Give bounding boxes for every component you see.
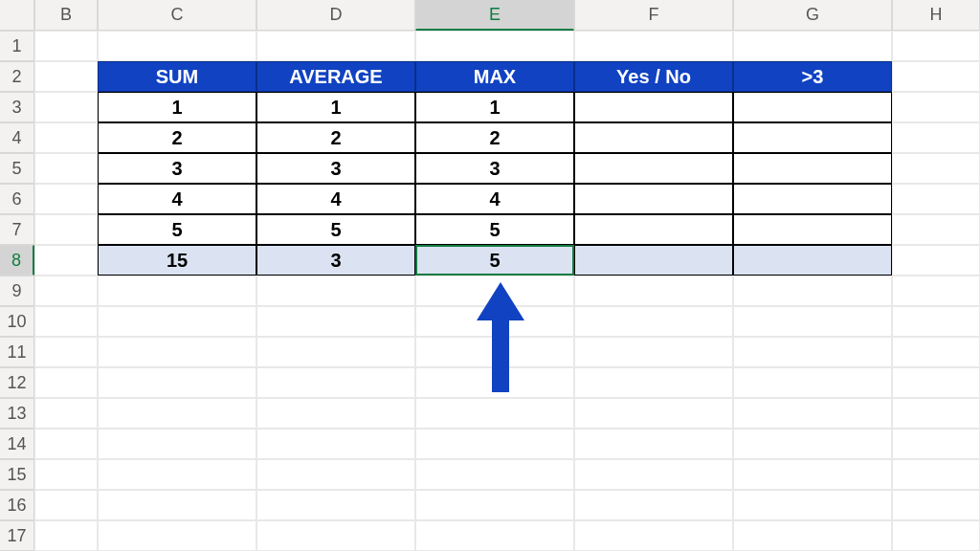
cell-H10[interactable]	[892, 306, 980, 337]
cell-D5[interactable]: 3	[256, 153, 415, 184]
cell-H13[interactable]	[892, 398, 980, 429]
cell-G11[interactable]	[733, 337, 892, 367]
cell-E15[interactable]	[415, 459, 574, 490]
col-header-E[interactable]: E	[415, 0, 574, 31]
cell-F13[interactable]	[574, 398, 733, 429]
cell-H2[interactable]	[892, 61, 980, 92]
cell-D10[interactable]	[256, 306, 415, 337]
cell-D4[interactable]: 2	[256, 122, 415, 153]
cell-D8[interactable]: 3	[256, 245, 415, 276]
cell-E3[interactable]: 1	[415, 92, 574, 122]
cell-E4[interactable]: 2	[415, 122, 574, 153]
col-header-H[interactable]: H	[892, 0, 980, 31]
cell-F15[interactable]	[574, 459, 733, 490]
cell-E10[interactable]	[415, 306, 574, 337]
cell-F14[interactable]	[574, 429, 733, 459]
cell-G9[interactable]	[733, 276, 892, 306]
cell-B2[interactable]	[34, 61, 98, 92]
row-header-1[interactable]: 1	[0, 31, 34, 61]
cell-B6[interactable]	[34, 184, 98, 214]
cell-C4[interactable]: 2	[98, 122, 256, 153]
cell-E8-active[interactable]: 5	[415, 245, 574, 276]
cell-C14[interactable]	[98, 429, 256, 459]
cell-C8[interactable]: 15	[98, 245, 256, 276]
cell-C5[interactable]: 3	[98, 153, 256, 184]
cell-B11[interactable]	[34, 337, 98, 367]
row-header-2[interactable]: 2	[0, 61, 34, 92]
col-header-F[interactable]: F	[574, 0, 733, 31]
cell-F3[interactable]	[574, 92, 733, 122]
cell-D17[interactable]	[256, 520, 415, 551]
cell-G4[interactable]	[733, 122, 892, 153]
cell-E2-header[interactable]: MAX	[415, 61, 574, 92]
cell-B9[interactable]	[34, 276, 98, 306]
row-header-7[interactable]: 7	[0, 214, 34, 245]
cell-C17[interactable]	[98, 520, 256, 551]
cell-F16[interactable]	[574, 490, 733, 520]
cell-C6[interactable]: 4	[98, 184, 256, 214]
cell-E5[interactable]: 3	[415, 153, 574, 184]
cell-G2-header[interactable]: >3	[733, 61, 892, 92]
row-header-16[interactable]: 16	[0, 490, 34, 520]
cell-H5[interactable]	[892, 153, 980, 184]
cell-B5[interactable]	[34, 153, 98, 184]
cell-B17[interactable]	[34, 520, 98, 551]
cell-E6[interactable]: 4	[415, 184, 574, 214]
spreadsheet-grid[interactable]: B C D E F G H 1 2 SUM AVERAGE MAX Yes / …	[0, 0, 980, 551]
cell-H11[interactable]	[892, 337, 980, 367]
row-header-15[interactable]: 15	[0, 459, 34, 490]
cell-B16[interactable]	[34, 490, 98, 520]
cell-G17[interactable]	[733, 520, 892, 551]
cell-D14[interactable]	[256, 429, 415, 459]
cell-H14[interactable]	[892, 429, 980, 459]
cell-F1[interactable]	[574, 31, 733, 61]
cell-G16[interactable]	[733, 490, 892, 520]
cell-D16[interactable]	[256, 490, 415, 520]
cell-H3[interactable]	[892, 92, 980, 122]
cell-B4[interactable]	[34, 122, 98, 153]
cell-G7[interactable]	[733, 214, 892, 245]
cell-F17[interactable]	[574, 520, 733, 551]
cell-E12[interactable]	[415, 367, 574, 398]
cell-B1[interactable]	[34, 31, 98, 61]
row-header-10[interactable]: 10	[0, 306, 34, 337]
cell-G10[interactable]	[733, 306, 892, 337]
row-header-13[interactable]: 13	[0, 398, 34, 429]
row-header-9[interactable]: 9	[0, 276, 34, 306]
cell-C16[interactable]	[98, 490, 256, 520]
cell-G14[interactable]	[733, 429, 892, 459]
col-header-C[interactable]: C	[98, 0, 256, 31]
cell-D3[interactable]: 1	[256, 92, 415, 122]
cell-C10[interactable]	[98, 306, 256, 337]
col-header-G[interactable]: G	[733, 0, 892, 31]
cell-H9[interactable]	[892, 276, 980, 306]
cell-E17[interactable]	[415, 520, 574, 551]
cell-E1[interactable]	[415, 31, 574, 61]
row-header-17[interactable]: 17	[0, 520, 34, 551]
cell-H16[interactable]	[892, 490, 980, 520]
cell-H12[interactable]	[892, 367, 980, 398]
cell-F8[interactable]	[574, 245, 733, 276]
cell-F6[interactable]	[574, 184, 733, 214]
cell-D2-header[interactable]: AVERAGE	[256, 61, 415, 92]
cell-E7[interactable]: 5	[415, 214, 574, 245]
cell-G15[interactable]	[733, 459, 892, 490]
cell-H1[interactable]	[892, 31, 980, 61]
cell-E11[interactable]	[415, 337, 574, 367]
cell-E13[interactable]	[415, 398, 574, 429]
cell-B13[interactable]	[34, 398, 98, 429]
row-header-8[interactable]: 8	[0, 245, 34, 276]
cell-C1[interactable]	[98, 31, 256, 61]
cell-C2-header[interactable]: SUM	[98, 61, 256, 92]
cell-D6[interactable]: 4	[256, 184, 415, 214]
select-all-corner[interactable]	[0, 0, 34, 31]
cell-D1[interactable]	[256, 31, 415, 61]
cell-B14[interactable]	[34, 429, 98, 459]
cell-D7[interactable]: 5	[256, 214, 415, 245]
cell-B12[interactable]	[34, 367, 98, 398]
cell-D11[interactable]	[256, 337, 415, 367]
col-header-D[interactable]: D	[256, 0, 415, 31]
cell-F2-header[interactable]: Yes / No	[574, 61, 733, 92]
cell-C3[interactable]: 1	[98, 92, 256, 122]
cell-H4[interactable]	[892, 122, 980, 153]
